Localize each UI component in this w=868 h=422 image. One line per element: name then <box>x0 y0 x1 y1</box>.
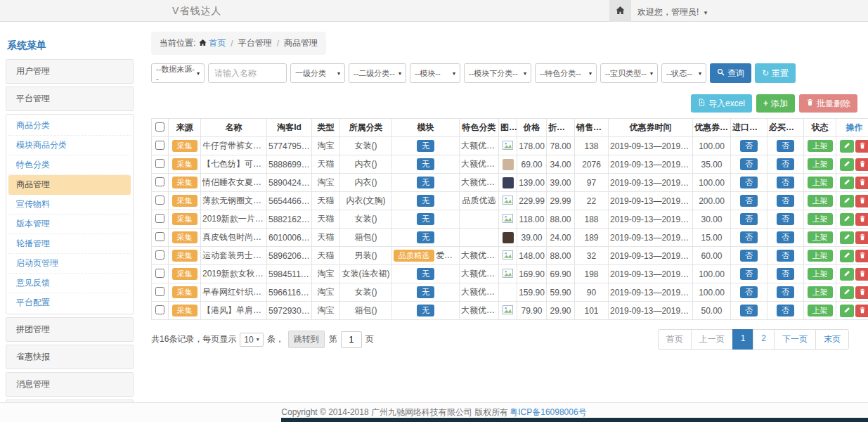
pager-item-末页[interactable]: 末页 <box>815 329 849 350</box>
must-buy-toggle[interactable]: 否 <box>777 305 794 317</box>
pager-item-2[interactable]: 2 <box>753 329 775 350</box>
edit-button[interactable] <box>840 195 854 207</box>
filter-select-feature-category[interactable]: --特色分类--▾ <box>535 63 597 83</box>
edit-button[interactable] <box>840 158 854 171</box>
filter-select-status[interactable]: --状态--▾ <box>661 63 706 83</box>
sidebar-item-消息管理[interactable]: 消息管理 <box>6 372 134 397</box>
status-button[interactable]: 上架 <box>808 213 833 226</box>
edit-button[interactable] <box>840 213 854 226</box>
status-button[interactable]: 上架 <box>808 158 833 171</box>
filter-select-item-type[interactable]: --宝贝类型--▾ <box>600 63 658 83</box>
import-select-toggle[interactable]: 否 <box>740 250 758 262</box>
filter-select-module[interactable]: --模块--▾ <box>410 63 460 83</box>
delete-button[interactable] <box>855 213 868 226</box>
row-checkbox[interactable] <box>155 159 164 168</box>
must-buy-toggle[interactable]: 否 <box>777 213 794 226</box>
import-select-toggle[interactable]: 否 <box>740 195 758 207</box>
import-select-toggle[interactable]: 否 <box>740 140 758 153</box>
home-button[interactable] <box>609 0 631 22</box>
sidebar-item-商品管理[interactable]: 商品管理 <box>8 175 131 195</box>
row-checkbox[interactable] <box>155 269 164 278</box>
pager-item-1[interactable]: 1 <box>732 329 754 350</box>
sidebar-item-轮播管理[interactable]: 轮播管理 <box>8 234 131 254</box>
row-checkbox[interactable] <box>155 250 164 260</box>
filter-select-level2-category[interactable]: --二级分类--▾ <box>349 63 406 83</box>
import-select-toggle[interactable]: 否 <box>740 286 758 299</box>
search-button[interactable]: 查询 <box>710 63 751 83</box>
sidebar-item-省惠快报[interactable]: 省惠快报 <box>6 345 134 369</box>
sidebar-item-意见反馈[interactable]: 意见反馈 <box>8 274 131 293</box>
sidebar-item-商品分类[interactable]: 商品分类 <box>8 116 131 136</box>
delete-button[interactable] <box>855 140 868 153</box>
must-buy-toggle[interactable]: 否 <box>777 268 794 281</box>
delete-button[interactable] <box>855 305 868 317</box>
row-checkbox[interactable] <box>155 177 164 186</box>
filter-input-name[interactable] <box>208 63 287 83</box>
must-buy-toggle[interactable]: 否 <box>777 250 794 262</box>
status-button[interactable]: 上架 <box>808 177 833 189</box>
sidebar-item-平台管理[interactable]: 平台管理 <box>6 87 134 111</box>
import-select-toggle[interactable]: 否 <box>740 158 758 171</box>
row-checkbox[interactable] <box>155 196 164 205</box>
delete-button[interactable] <box>855 250 868 262</box>
import-select-toggle[interactable]: 否 <box>740 268 758 281</box>
filter-select-module-sub-category[interactable]: --模块下分类--▾ <box>464 63 531 83</box>
sidebar-item-模块商品分类[interactable]: 模块商品分类 <box>8 136 131 155</box>
pager-item-首页[interactable]: 首页 <box>658 329 692 350</box>
select-all-checkbox[interactable] <box>155 122 164 132</box>
batch-delete-button[interactable]: 批量删除 <box>799 94 857 113</box>
status-button[interactable]: 上架 <box>808 231 833 244</box>
edit-button[interactable] <box>840 177 854 189</box>
page-number-input[interactable] <box>341 331 362 348</box>
status-button[interactable]: 上架 <box>808 195 833 207</box>
import-select-toggle[interactable]: 否 <box>740 231 758 244</box>
must-buy-toggle[interactable]: 否 <box>777 158 794 171</box>
user-menu[interactable]: 欢迎您，管理员! ▾ <box>637 6 707 18</box>
sidebar-item-特色分类[interactable]: 特色分类 <box>8 155 131 175</box>
status-button[interactable]: 上架 <box>808 268 833 281</box>
sidebar-item-拼团管理[interactable]: 拼团管理 <box>6 317 134 342</box>
edit-button[interactable] <box>840 250 854 262</box>
row-checkbox[interactable] <box>155 232 164 241</box>
must-buy-toggle[interactable]: 否 <box>777 177 794 189</box>
edit-button[interactable] <box>840 231 854 244</box>
must-buy-toggle[interactable]: 否 <box>777 231 794 244</box>
status-button[interactable]: 上架 <box>808 286 833 299</box>
edit-button[interactable] <box>840 140 854 153</box>
icp-link[interactable]: 粤ICP备16098006号 <box>510 407 586 418</box>
status-button[interactable]: 上架 <box>808 305 833 317</box>
filter-select-level1-category[interactable]: 一级分类▾ <box>290 63 345 83</box>
jump-button[interactable]: 跳转到 <box>288 331 325 348</box>
sidebar-item-宣传物料[interactable]: 宣传物料 <box>8 195 131 215</box>
edit-button[interactable] <box>840 268 854 281</box>
status-button[interactable]: 上架 <box>808 140 833 153</box>
delete-button[interactable] <box>855 286 868 299</box>
delete-button[interactable] <box>855 177 868 189</box>
must-buy-toggle[interactable]: 否 <box>777 195 794 207</box>
import-excel-button[interactable]: 导入excel <box>691 94 752 113</box>
import-select-toggle[interactable]: 否 <box>740 213 758 226</box>
must-buy-toggle[interactable]: 否 <box>777 140 794 153</box>
must-buy-toggle[interactable]: 否 <box>777 286 794 299</box>
breadcrumb-home-link[interactable]: 首页 <box>209 37 226 49</box>
status-button[interactable]: 上架 <box>808 250 833 262</box>
delete-button[interactable] <box>855 231 868 244</box>
row-checkbox[interactable] <box>155 287 164 296</box>
edit-button[interactable] <box>840 305 854 317</box>
row-checkbox[interactable] <box>155 214 164 223</box>
pager-item-下一页[interactable]: 下一页 <box>774 329 816 350</box>
sidebar-item-平台配置[interactable]: 平台配置 <box>8 293 131 312</box>
filter-select-data-source[interactable]: --数据来源--▾ <box>151 63 205 83</box>
edit-button[interactable] <box>840 286 854 299</box>
delete-button[interactable] <box>855 158 868 171</box>
sidebar-item-版本管理[interactable]: 版本管理 <box>8 215 131 234</box>
row-checkbox[interactable] <box>155 305 164 314</box>
add-button[interactable]: + 添加 <box>756 94 795 113</box>
sidebar-item-用户管理[interactable]: 用户管理 <box>6 59 134 84</box>
reset-button[interactable]: ↻重置 <box>755 63 796 83</box>
import-select-toggle[interactable]: 否 <box>740 305 758 317</box>
sidebar-item-启动页管理[interactable]: 启动页管理 <box>8 254 131 274</box>
pager-item-上一页[interactable]: 上一页 <box>691 329 733 350</box>
row-checkbox[interactable] <box>155 141 164 150</box>
delete-button[interactable] <box>855 268 868 281</box>
